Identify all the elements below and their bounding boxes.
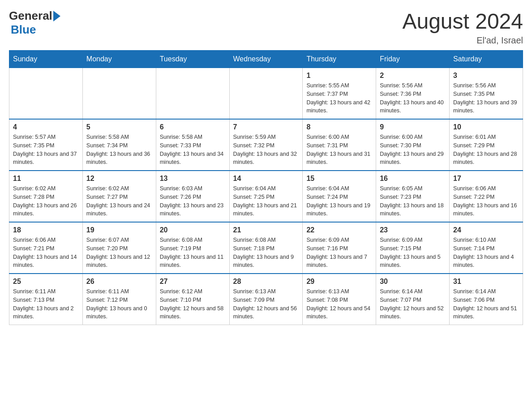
calendar-cell: 27Sunrise: 6:12 AM Sunset: 7:10 PM Dayli… <box>156 274 229 325</box>
calendar-cell: 17Sunrise: 6:06 AM Sunset: 7:22 PM Dayli… <box>450 171 523 222</box>
calendar-cell: 15Sunrise: 6:04 AM Sunset: 7:24 PM Dayli… <box>303 171 376 222</box>
day-number: 20 <box>160 226 226 234</box>
day-number: 19 <box>86 226 152 234</box>
calendar-cell: 25Sunrise: 6:11 AM Sunset: 7:13 PM Dayli… <box>9 274 83 325</box>
calendar-cell: 5Sunrise: 5:58 AM Sunset: 7:34 PM Daylig… <box>82 119 156 171</box>
calendar-cell: 12Sunrise: 6:02 AM Sunset: 7:27 PM Dayli… <box>82 171 156 222</box>
calendar-week-5: 25Sunrise: 6:11 AM Sunset: 7:13 PM Dayli… <box>9 274 523 325</box>
calendar-cell: 14Sunrise: 6:04 AM Sunset: 7:25 PM Dayli… <box>229 171 303 222</box>
day-number: 11 <box>13 175 79 183</box>
day-info: Sunrise: 6:14 AM Sunset: 7:07 PM Dayligh… <box>380 287 446 321</box>
calendar-cell: 9Sunrise: 6:00 AM Sunset: 7:30 PM Daylig… <box>376 119 450 171</box>
day-number: 23 <box>380 226 446 234</box>
day-number: 6 <box>160 123 226 131</box>
calendar-week-4: 18Sunrise: 6:06 AM Sunset: 7:21 PM Dayli… <box>9 222 523 274</box>
day-number: 31 <box>453 278 519 286</box>
day-info: Sunrise: 6:11 AM Sunset: 7:12 PM Dayligh… <box>86 287 152 321</box>
day-info: Sunrise: 5:58 AM Sunset: 7:33 PM Dayligh… <box>160 133 226 167</box>
day-info: Sunrise: 6:11 AM Sunset: 7:13 PM Dayligh… <box>13 287 79 321</box>
calendar-cell: 26Sunrise: 6:11 AM Sunset: 7:12 PM Dayli… <box>82 274 156 325</box>
day-number: 12 <box>86 175 152 183</box>
day-info: Sunrise: 6:05 AM Sunset: 7:23 PM Dayligh… <box>380 184 446 218</box>
day-info: Sunrise: 6:08 AM Sunset: 7:18 PM Dayligh… <box>233 236 299 270</box>
calendar-header-saturday: Saturday <box>450 51 523 68</box>
calendar-cell: 11Sunrise: 6:02 AM Sunset: 7:28 PM Dayli… <box>9 171 83 222</box>
day-number: 18 <box>13 226 79 234</box>
logo-blue: Blue <box>11 23 36 36</box>
day-number: 8 <box>306 123 372 131</box>
day-info: Sunrise: 6:01 AM Sunset: 7:29 PM Dayligh… <box>453 133 519 167</box>
calendar-header-friday: Friday <box>376 51 450 68</box>
calendar-cell <box>9 68 83 120</box>
day-number: 22 <box>306 226 372 234</box>
day-info: Sunrise: 6:06 AM Sunset: 7:21 PM Dayligh… <box>13 236 79 270</box>
day-number: 30 <box>380 278 446 286</box>
title-section: August 2024 El'ad, Israel <box>402 9 523 46</box>
day-number: 1 <box>306 72 372 80</box>
calendar-cell: 19Sunrise: 6:07 AM Sunset: 7:20 PM Dayli… <box>82 222 156 274</box>
calendar-cell: 16Sunrise: 6:05 AM Sunset: 7:23 PM Dayli… <box>376 171 450 222</box>
calendar-week-1: 1Sunrise: 5:55 AM Sunset: 7:37 PM Daylig… <box>9 68 523 120</box>
calendar-header-thursday: Thursday <box>303 51 376 68</box>
day-info: Sunrise: 6:13 AM Sunset: 7:09 PM Dayligh… <box>233 287 299 321</box>
day-number: 29 <box>306 278 372 286</box>
day-info: Sunrise: 5:58 AM Sunset: 7:34 PM Dayligh… <box>86 133 152 167</box>
calendar-cell: 3Sunrise: 5:56 AM Sunset: 7:35 PM Daylig… <box>450 68 523 120</box>
calendar-cell: 28Sunrise: 6:13 AM Sunset: 7:09 PM Dayli… <box>229 274 303 325</box>
day-info: Sunrise: 6:09 AM Sunset: 7:16 PM Dayligh… <box>306 236 372 270</box>
calendar-cell <box>229 68 303 120</box>
day-info: Sunrise: 6:04 AM Sunset: 7:24 PM Dayligh… <box>306 184 372 218</box>
day-number: 28 <box>233 278 299 286</box>
calendar-week-2: 4Sunrise: 5:57 AM Sunset: 7:35 PM Daylig… <box>9 119 523 171</box>
calendar-header-row: SundayMondayTuesdayWednesdayThursdayFrid… <box>9 51 523 68</box>
page-header: General Blue August 2024 El'ad, Israel <box>9 9 523 46</box>
day-info: Sunrise: 6:00 AM Sunset: 7:30 PM Dayligh… <box>380 133 446 167</box>
day-info: Sunrise: 5:56 AM Sunset: 7:36 PM Dayligh… <box>380 81 446 115</box>
day-number: 2 <box>380 72 446 80</box>
day-info: Sunrise: 6:04 AM Sunset: 7:25 PM Dayligh… <box>233 184 299 218</box>
calendar-cell: 13Sunrise: 6:03 AM Sunset: 7:26 PM Dayli… <box>156 171 229 222</box>
day-number: 21 <box>233 226 299 234</box>
day-number: 25 <box>13 278 79 286</box>
logo-general: General <box>9 9 52 23</box>
day-number: 14 <box>233 175 299 183</box>
logo: General Blue <box>9 9 60 37</box>
day-info: Sunrise: 6:13 AM Sunset: 7:08 PM Dayligh… <box>306 287 372 321</box>
day-info: Sunrise: 6:14 AM Sunset: 7:06 PM Dayligh… <box>453 287 519 321</box>
day-number: 27 <box>160 278 226 286</box>
calendar-cell: 4Sunrise: 5:57 AM Sunset: 7:35 PM Daylig… <box>9 119 83 171</box>
day-info: Sunrise: 5:59 AM Sunset: 7:32 PM Dayligh… <box>233 133 299 167</box>
calendar-cell: 31Sunrise: 6:14 AM Sunset: 7:06 PM Dayli… <box>450 274 523 325</box>
day-info: Sunrise: 6:09 AM Sunset: 7:15 PM Dayligh… <box>380 236 446 270</box>
day-number: 26 <box>86 278 152 286</box>
calendar-header-sunday: Sunday <box>9 51 83 68</box>
day-number: 10 <box>453 123 519 131</box>
calendar-cell: 30Sunrise: 6:14 AM Sunset: 7:07 PM Dayli… <box>376 274 450 325</box>
day-number: 5 <box>86 123 152 131</box>
calendar-cell <box>156 68 229 120</box>
day-number: 7 <box>233 123 299 131</box>
calendar-cell: 6Sunrise: 5:58 AM Sunset: 7:33 PM Daylig… <box>156 119 229 171</box>
calendar-cell: 24Sunrise: 6:10 AM Sunset: 7:14 PM Dayli… <box>450 222 523 274</box>
day-info: Sunrise: 6:12 AM Sunset: 7:10 PM Dayligh… <box>160 287 226 321</box>
day-info: Sunrise: 6:02 AM Sunset: 7:27 PM Dayligh… <box>86 184 152 218</box>
day-number: 16 <box>380 175 446 183</box>
calendar-cell: 20Sunrise: 6:08 AM Sunset: 7:19 PM Dayli… <box>156 222 229 274</box>
day-info: Sunrise: 6:00 AM Sunset: 7:31 PM Dayligh… <box>306 133 372 167</box>
day-number: 24 <box>453 226 519 234</box>
calendar-cell <box>82 68 156 120</box>
day-info: Sunrise: 6:06 AM Sunset: 7:22 PM Dayligh… <box>453 184 519 218</box>
calendar-cell: 7Sunrise: 5:59 AM Sunset: 7:32 PM Daylig… <box>229 119 303 171</box>
calendar-table: SundayMondayTuesdayWednesdayThursdayFrid… <box>9 50 523 325</box>
day-info: Sunrise: 6:08 AM Sunset: 7:19 PM Dayligh… <box>160 236 226 270</box>
logo-triangle-icon <box>53 11 60 21</box>
calendar-cell: 18Sunrise: 6:06 AM Sunset: 7:21 PM Dayli… <box>9 222 83 274</box>
calendar-cell: 23Sunrise: 6:09 AM Sunset: 7:15 PM Dayli… <box>376 222 450 274</box>
day-info: Sunrise: 6:02 AM Sunset: 7:28 PM Dayligh… <box>13 184 79 218</box>
calendar-week-3: 11Sunrise: 6:02 AM Sunset: 7:28 PM Dayli… <box>9 171 523 222</box>
day-info: Sunrise: 5:56 AM Sunset: 7:35 PM Dayligh… <box>453 81 519 115</box>
calendar-cell: 29Sunrise: 6:13 AM Sunset: 7:08 PM Dayli… <box>303 274 376 325</box>
calendar-header-monday: Monday <box>82 51 156 68</box>
day-number: 4 <box>13 123 79 131</box>
calendar-cell: 10Sunrise: 6:01 AM Sunset: 7:29 PM Dayli… <box>450 119 523 171</box>
